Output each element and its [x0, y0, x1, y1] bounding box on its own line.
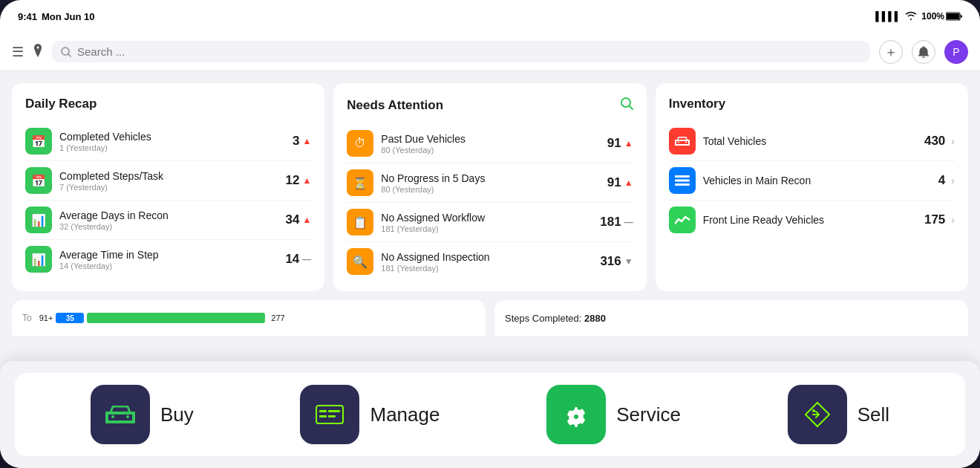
- quick-actions-overlay: Buy Manage Service: [0, 361, 980, 468]
- chevron-icon: ›: [951, 175, 955, 186]
- past-due-label: Past Due Vehicles 80 (Yesterday): [381, 133, 600, 155]
- search-bar[interactable]: [52, 41, 870, 62]
- needs-attention-search-icon[interactable]: [620, 97, 633, 114]
- sell-action[interactable]: Sell: [788, 385, 889, 444]
- bottom-right-peek: Steps Completed: 2880: [494, 300, 968, 336]
- bottom-left-bar: 91+ 35 277: [39, 313, 475, 323]
- total-vehicles-icon: [669, 128, 696, 155]
- notifications-button[interactable]: [912, 40, 935, 64]
- svg-point-4: [621, 98, 630, 107]
- avg-time-icon: 📊: [25, 246, 52, 273]
- completed-steps-label: Completed Steps/Task 7 (Yesterday): [59, 170, 278, 192]
- service-label: Service: [616, 403, 681, 426]
- buy-label: Buy: [160, 403, 194, 426]
- menu-icon[interactable]: ☰: [12, 44, 24, 60]
- trend-up-icon: ▲: [624, 138, 633, 149]
- vehicles-main-recon-row[interactable]: Vehicles in Main Recon 4 ›: [669, 161, 955, 201]
- avg-days-row[interactable]: 📊 Average Days in Recon 32 (Yesterday) 3…: [25, 201, 311, 240]
- location-icon[interactable]: [33, 44, 43, 60]
- chevron-icon: ›: [951, 214, 955, 226]
- svg-rect-1: [947, 13, 959, 19]
- svg-rect-6: [675, 175, 690, 178]
- total-vehicles-value: 430 ›: [924, 134, 955, 149]
- time: 9:41: [18, 11, 37, 22]
- svg-rect-8: [675, 183, 690, 186]
- trend-up-icon: ▲: [302, 175, 311, 186]
- completed-vehicles-label: Completed Vehicles 1 (Yesterday): [59, 131, 285, 152]
- svg-rect-13: [328, 415, 336, 417]
- steps-label: Steps Completed: 2880: [505, 313, 606, 324]
- completed-vehicles-row[interactable]: 📅 Completed Vehicles 1 (Yesterday) 3 ▲: [25, 122, 311, 161]
- svg-rect-11: [328, 410, 340, 412]
- battery-icon: 100%: [921, 11, 962, 22]
- add-button[interactable]: ＋: [879, 40, 903, 64]
- no-workflow-icon: 📋: [347, 209, 373, 235]
- trend-up-icon: ▲: [302, 215, 311, 225]
- no-inspection-row[interactable]: 🔍 No Assigned Inspection 181 (Yesterday)…: [347, 242, 633, 281]
- avg-days-icon: 📊: [25, 207, 52, 233]
- avg-days-label: Average Days in Recon 32 (Yesterday): [59, 209, 278, 231]
- past-due-row[interactable]: ⏱ Past Due Vehicles 80 (Yesterday) 91 ▲: [347, 124, 633, 163]
- total-vehicles-label: Total Vehicles: [703, 135, 917, 147]
- bar-total: 277: [271, 313, 284, 322]
- quick-actions-container: Buy Manage Service: [15, 373, 965, 456]
- cards-row: Daily Recap 📅 Completed Vehicles 1 (Yest…: [12, 83, 968, 291]
- nav-bar: ☰ ＋ P: [0, 33, 980, 71]
- no-inspection-value: 316 ▼: [600, 254, 633, 269]
- bottom-left-title: To: [22, 313, 32, 323]
- sell-icon-box: [788, 385, 847, 444]
- bar-min-label: 91+: [39, 313, 53, 322]
- bottom-peek-row: To 91+ 35 277 Steps Completed: 2880: [12, 300, 968, 336]
- completed-vehicles-value: 3 ▲: [293, 134, 311, 149]
- bottom-left-peek: To 91+ 35 277: [12, 300, 486, 336]
- vehicles-main-recon-label: Vehicles in Main Recon: [703, 175, 931, 186]
- completed-steps-row[interactable]: 📅 Completed Steps/Task 7 (Yesterday) 12 …: [25, 161, 311, 201]
- vehicles-main-recon-value: 4 ›: [938, 173, 955, 188]
- no-progress-row[interactable]: ⏳ No Progress in 5 Days 80 (Yesterday) 9…: [347, 163, 633, 203]
- no-workflow-value: 181 —: [600, 215, 633, 230]
- past-due-value: 91 ▲: [607, 136, 633, 151]
- avg-days-value: 34 ▲: [286, 212, 312, 227]
- svg-line-3: [68, 54, 71, 56]
- no-progress-icon: ⏳: [347, 169, 373, 196]
- chevron-icon: ›: [951, 135, 955, 147]
- vehicles-main-recon-icon: [669, 167, 696, 194]
- trend-up-icon: ▲: [302, 136, 311, 146]
- buy-icon-box: [91, 385, 150, 444]
- inventory-card: Inventory Total Vehicles 430 ›: [656, 83, 968, 291]
- front-line-label: Front Line Ready Vehicles: [703, 214, 917, 226]
- date: Mon Jun 10: [42, 11, 95, 22]
- total-vehicles-row[interactable]: Total Vehicles 430 ›: [669, 122, 955, 161]
- avatar-button[interactable]: P: [944, 40, 968, 64]
- svg-rect-10: [319, 410, 327, 412]
- trend-neutral-icon: —: [302, 254, 311, 264]
- front-line-icon: [669, 207, 696, 233]
- sell-label: Sell: [858, 403, 889, 426]
- search-input[interactable]: [77, 45, 861, 58]
- avg-time-label: Average Time in Step 14 (Yesterday): [59, 249, 278, 270]
- inventory-title: Inventory: [669, 97, 955, 111]
- trend-neutral-icon: —: [624, 217, 633, 227]
- front-line-value: 175 ›: [924, 212, 955, 227]
- no-inspection-label: No Assigned Inspection 181 (Yesterday): [381, 251, 592, 273]
- manage-action[interactable]: Manage: [300, 385, 440, 444]
- signal-icon: ▌▌▌▌: [875, 11, 901, 22]
- svg-rect-7: [675, 180, 690, 182]
- svg-rect-12: [319, 415, 327, 417]
- no-progress-value: 91 ▲: [607, 175, 633, 190]
- wifi-icon: [905, 11, 917, 22]
- svg-point-15: [812, 409, 815, 412]
- avg-time-row[interactable]: 📊 Average Time in Step 14 (Yesterday) 14…: [25, 240, 311, 279]
- manage-icon-box: [300, 385, 359, 444]
- service-icon-box: [546, 385, 606, 444]
- avg-time-value: 14 —: [285, 252, 311, 267]
- buy-action[interactable]: Buy: [91, 385, 194, 444]
- no-workflow-row[interactable]: 📋 No Assigned Workflow 181 (Yesterday) 1…: [347, 203, 633, 242]
- daily-recap-card: Daily Recap 📅 Completed Vehicles 1 (Yest…: [12, 83, 324, 291]
- daily-recap-title: Daily Recap: [25, 97, 311, 111]
- front-line-row[interactable]: Front Line Ready Vehicles 175 ›: [669, 201, 955, 239]
- service-action[interactable]: Service: [546, 385, 681, 444]
- main-content: Daily Recap 📅 Completed Vehicles 1 (Yest…: [0, 71, 980, 468]
- status-left: 9:41 Mon Jun 10: [18, 11, 95, 22]
- past-due-icon: ⏱: [347, 130, 373, 157]
